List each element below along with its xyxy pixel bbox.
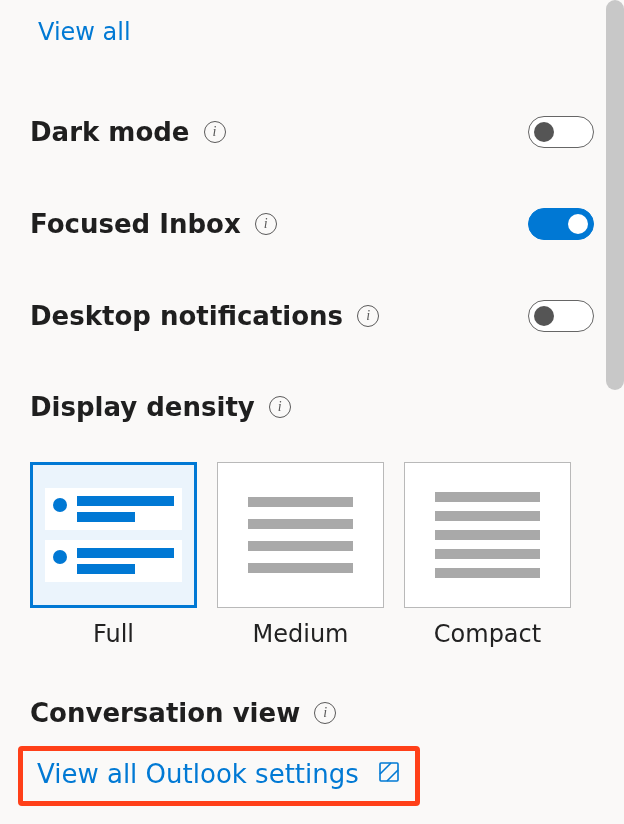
- settings-panel: View all Dark mode Focused Inbox Desktop…: [0, 0, 624, 824]
- dark-mode-toggle[interactable]: [528, 116, 594, 148]
- density-caption-compact: Compact: [434, 620, 541, 648]
- density-option-medium[interactable]: Medium: [217, 462, 384, 648]
- desktop-notifications-toggle[interactable]: [528, 300, 594, 332]
- info-icon[interactable]: [269, 396, 291, 418]
- focused-inbox-toggle[interactable]: [528, 208, 594, 240]
- footer-link-text: View all Outlook settings: [37, 759, 359, 789]
- scrollbar-thumb[interactable]: [606, 0, 624, 390]
- display-density-header: Display density: [30, 392, 594, 422]
- density-option-full[interactable]: Full: [30, 462, 197, 648]
- density-option-compact[interactable]: Compact: [404, 462, 571, 648]
- display-density-label: Display density: [30, 392, 255, 422]
- density-preview-compact: [404, 462, 571, 608]
- info-icon[interactable]: [255, 213, 277, 235]
- conversation-view-header: Conversation view: [30, 698, 594, 728]
- dark-mode-label-group: Dark mode: [30, 117, 226, 147]
- focused-inbox-label: Focused Inbox: [30, 209, 241, 239]
- dark-mode-label: Dark mode: [30, 117, 190, 147]
- view-all-outlook-settings-link[interactable]: View all Outlook settings: [18, 746, 420, 806]
- desktop-notifications-row: Desktop notifications: [30, 300, 594, 332]
- density-preview-full: [30, 462, 197, 608]
- info-icon[interactable]: [314, 702, 336, 724]
- density-caption-full: Full: [93, 620, 134, 648]
- info-icon[interactable]: [357, 305, 379, 327]
- focused-inbox-row: Focused Inbox: [30, 208, 594, 240]
- density-preview-medium: [217, 462, 384, 608]
- open-settings-icon: [377, 760, 401, 788]
- desktop-notifications-label-group: Desktop notifications: [30, 301, 379, 331]
- dark-mode-row: Dark mode: [30, 116, 594, 148]
- desktop-notifications-label: Desktop notifications: [30, 301, 343, 331]
- focused-inbox-label-group: Focused Inbox: [30, 209, 277, 239]
- density-caption-medium: Medium: [253, 620, 349, 648]
- view-all-link[interactable]: View all: [38, 18, 131, 46]
- density-options: Full Medium: [30, 462, 594, 648]
- info-icon[interactable]: [204, 121, 226, 143]
- conversation-view-label: Conversation view: [30, 698, 300, 728]
